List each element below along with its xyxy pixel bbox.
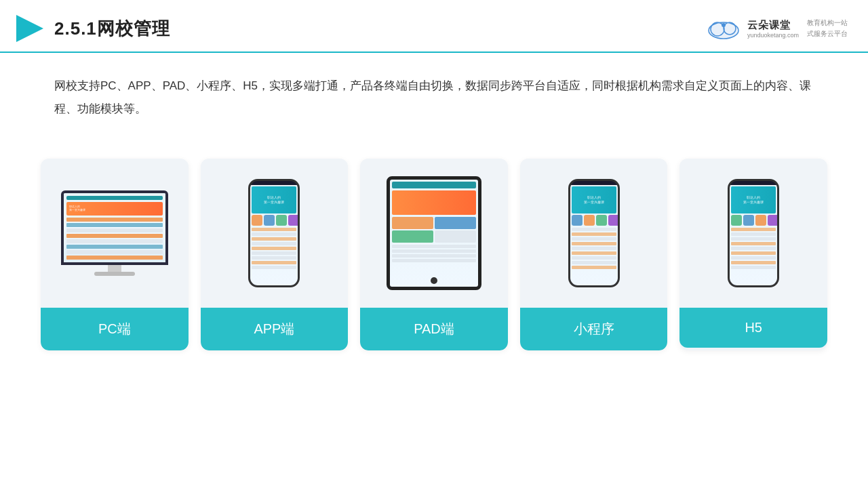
cloud-logo-icon: [705, 16, 742, 41]
logo-text-area: 云朵课堂 yunduoketang.com: [747, 19, 799, 39]
card-h5: 职达人的第一堂兴趣课: [679, 159, 827, 350]
cards-container: 职达人的第一堂兴趣课: [0, 134, 868, 350]
h5-mockup: 职达人的第一堂兴趣课: [728, 179, 779, 287]
card-miniapp: 职达人的第一堂兴趣课: [520, 159, 668, 350]
card-miniapp-label: 小程序: [520, 308, 668, 350]
card-pc-image: 职达人的第一堂兴趣课: [41, 159, 189, 308]
logo-name: 云朵课堂: [747, 19, 799, 32]
miniapp-mockup: 职达人的第一堂兴趣课: [568, 179, 620, 287]
card-app-image: 职达人的第一堂兴趣课: [201, 159, 349, 308]
pc-screen: 职达人的第一堂兴趣课: [61, 190, 168, 265]
svg-point-7: [722, 23, 726, 27]
description-text: 网校支持PC、APP、PAD、小程序、H5，实现多端打通，产品各终端自由切换，数…: [0, 53, 868, 127]
card-app-label: APP端: [201, 308, 349, 350]
card-pc-label: PC端: [41, 308, 189, 350]
miniapp-phone-body: 职达人的第一堂兴趣课: [568, 179, 620, 287]
logo-url: yunduoketang.com: [747, 32, 799, 39]
play-icon: [14, 12, 46, 45]
card-pad-label: PAD端: [360, 308, 508, 350]
description-content: 网校支持PC、APP、PAD、小程序、H5，实现多端打通，产品各终端自由切换，数…: [54, 79, 811, 115]
app-mockup: 职达人的第一堂兴趣课: [248, 179, 300, 287]
card-pad: PAD端: [360, 159, 508, 350]
pad-body: [387, 176, 481, 290]
svg-marker-0: [16, 15, 43, 42]
logo-area: 云朵课堂 yunduoketang.com 教育机构一站 式服务云平台: [705, 16, 848, 41]
h5-phone-body: 职达人的第一堂兴趣课: [728, 179, 779, 287]
logo-tagline: 教育机构一站 式服务云平台: [807, 18, 848, 39]
pad-mockup: [387, 176, 481, 290]
card-pad-image: [360, 159, 508, 308]
card-h5-image: 职达人的第一堂兴趣课: [679, 159, 827, 308]
card-miniapp-image: 职达人的第一堂兴趣课: [520, 159, 668, 308]
pc-mockup: 职达人的第一堂兴趣课: [61, 190, 168, 276]
header-left: 2.5.1网校管理: [14, 12, 170, 45]
card-pc: 职达人的第一堂兴趣课: [41, 159, 189, 350]
app-phone-body: 职达人的第一堂兴趣课: [248, 179, 300, 287]
page-title: 2.5.1网校管理: [54, 17, 170, 41]
card-app: 职达人的第一堂兴趣课: [201, 159, 349, 350]
header: 2.5.1网校管理 云朵课堂 yunduoketang.com 教育机构一站 式…: [0, 0, 868, 53]
card-h5-label: H5: [679, 308, 827, 348]
